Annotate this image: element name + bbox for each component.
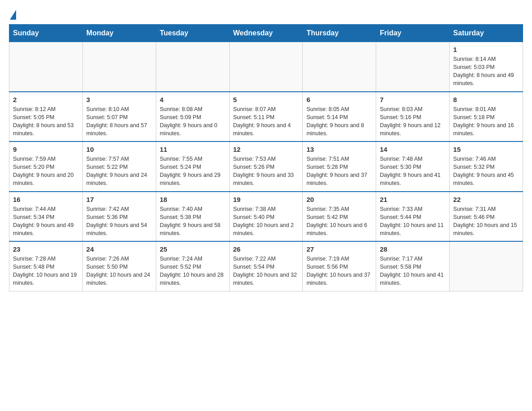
calendar-day-cell: 24Sunrise: 7:26 AM Sunset: 5:50 PM Dayli…	[82, 241, 156, 291]
day-of-week-header: Monday	[82, 25, 156, 42]
day-number: 15	[453, 146, 519, 153]
calendar-day-cell	[450, 241, 523, 291]
calendar-day-cell: 1Sunrise: 8:14 AM Sunset: 5:03 PM Daylig…	[450, 42, 523, 92]
day-info: Sunrise: 7:33 AM Sunset: 5:44 PM Dayligh…	[380, 205, 446, 238]
calendar-day-cell: 7Sunrise: 8:03 AM Sunset: 5:16 PM Daylig…	[376, 92, 450, 142]
calendar-day-cell: 16Sunrise: 7:44 AM Sunset: 5:34 PM Dayli…	[9, 192, 83, 242]
day-of-week-header: Tuesday	[156, 25, 229, 42]
calendar-day-cell: 23Sunrise: 7:28 AM Sunset: 5:48 PM Dayli…	[9, 241, 83, 291]
calendar-day-cell: 2Sunrise: 8:12 AM Sunset: 5:05 PM Daylig…	[9, 92, 83, 142]
calendar-day-cell: 27Sunrise: 7:19 AM Sunset: 5:56 PM Dayli…	[303, 241, 376, 291]
day-info: Sunrise: 8:01 AM Sunset: 5:18 PM Dayligh…	[453, 105, 519, 138]
day-info: Sunrise: 8:08 AM Sunset: 5:09 PM Dayligh…	[160, 105, 226, 138]
day-info: Sunrise: 7:26 AM Sunset: 5:50 PM Dayligh…	[86, 255, 152, 287]
day-number: 23	[13, 245, 79, 253]
day-number: 7	[380, 96, 446, 103]
day-info: Sunrise: 7:59 AM Sunset: 5:20 PM Dayligh…	[13, 155, 79, 188]
day-number: 27	[306, 245, 372, 253]
day-info: Sunrise: 7:22 AM Sunset: 5:54 PM Dayligh…	[233, 255, 299, 287]
day-info: Sunrise: 7:57 AM Sunset: 5:22 PM Dayligh…	[86, 155, 152, 188]
calendar-week-row: 16Sunrise: 7:44 AM Sunset: 5:34 PM Dayli…	[9, 192, 523, 242]
day-info: Sunrise: 7:42 AM Sunset: 5:36 PM Dayligh…	[86, 205, 152, 238]
calendar-day-cell: 26Sunrise: 7:22 AM Sunset: 5:54 PM Dayli…	[229, 241, 303, 291]
day-info: Sunrise: 7:55 AM Sunset: 5:24 PM Dayligh…	[160, 155, 226, 188]
calendar-day-cell: 5Sunrise: 8:07 AM Sunset: 5:11 PM Daylig…	[229, 92, 303, 142]
calendar-day-cell: 3Sunrise: 8:10 AM Sunset: 5:07 PM Daylig…	[82, 92, 156, 142]
calendar-week-row: 1Sunrise: 8:14 AM Sunset: 5:03 PM Daylig…	[9, 42, 523, 92]
day-number: 12	[233, 146, 299, 153]
day-number: 26	[233, 245, 299, 253]
calendar-day-cell: 10Sunrise: 7:57 AM Sunset: 5:22 PM Dayli…	[82, 141, 156, 192]
logo	[9, 9, 16, 20]
day-number: 4	[160, 96, 226, 103]
day-info: Sunrise: 7:53 AM Sunset: 5:26 PM Dayligh…	[233, 155, 299, 188]
calendar-day-cell: 18Sunrise: 7:40 AM Sunset: 5:38 PM Dayli…	[156, 192, 229, 242]
day-number: 9	[13, 146, 79, 153]
day-info: Sunrise: 7:44 AM Sunset: 5:34 PM Dayligh…	[13, 205, 79, 238]
day-of-week-header: Sunday	[9, 25, 83, 42]
calendar-day-cell	[9, 42, 83, 92]
calendar-day-cell: 20Sunrise: 7:35 AM Sunset: 5:42 PM Dayli…	[303, 192, 376, 242]
calendar-day-cell: 21Sunrise: 7:33 AM Sunset: 5:44 PM Dayli…	[376, 192, 450, 242]
calendar-day-cell: 11Sunrise: 7:55 AM Sunset: 5:24 PM Dayli…	[156, 141, 229, 192]
day-info: Sunrise: 7:28 AM Sunset: 5:48 PM Dayligh…	[13, 255, 79, 287]
calendar-table: SundayMondayTuesdayWednesdayThursdayFrid…	[9, 24, 523, 291]
calendar-day-cell: 6Sunrise: 8:05 AM Sunset: 5:14 PM Daylig…	[303, 92, 376, 142]
day-number: 5	[233, 96, 299, 103]
calendar-week-row: 2Sunrise: 8:12 AM Sunset: 5:05 PM Daylig…	[9, 92, 523, 142]
day-info: Sunrise: 7:24 AM Sunset: 5:52 PM Dayligh…	[160, 255, 226, 287]
day-number: 17	[86, 196, 152, 203]
day-number: 20	[306, 196, 372, 203]
calendar-day-cell: 19Sunrise: 7:38 AM Sunset: 5:40 PM Dayli…	[229, 192, 303, 242]
calendar-day-cell: 8Sunrise: 8:01 AM Sunset: 5:18 PM Daylig…	[450, 92, 523, 142]
calendar-day-cell: 4Sunrise: 8:08 AM Sunset: 5:09 PM Daylig…	[156, 92, 229, 142]
day-of-week-header: Saturday	[450, 25, 523, 42]
logo-triangle-icon	[10, 10, 16, 20]
day-info: Sunrise: 7:46 AM Sunset: 5:32 PM Dayligh…	[453, 155, 519, 188]
day-number: 6	[306, 96, 372, 103]
day-number: 19	[233, 196, 299, 203]
day-info: Sunrise: 7:40 AM Sunset: 5:38 PM Dayligh…	[160, 205, 226, 238]
day-number: 10	[86, 146, 152, 153]
day-number: 16	[13, 196, 79, 203]
day-info: Sunrise: 7:17 AM Sunset: 5:58 PM Dayligh…	[380, 255, 446, 287]
day-info: Sunrise: 8:10 AM Sunset: 5:07 PM Dayligh…	[86, 105, 152, 138]
day-number: 3	[86, 96, 152, 103]
day-number: 8	[453, 96, 519, 103]
calendar-day-cell	[303, 42, 376, 92]
calendar-day-cell: 9Sunrise: 7:59 AM Sunset: 5:20 PM Daylig…	[9, 141, 83, 192]
day-number: 13	[306, 146, 372, 153]
calendar-week-row: 9Sunrise: 7:59 AM Sunset: 5:20 PM Daylig…	[9, 141, 523, 192]
calendar-week-row: 23Sunrise: 7:28 AM Sunset: 5:48 PM Dayli…	[9, 241, 523, 291]
calendar-day-cell: 25Sunrise: 7:24 AM Sunset: 5:52 PM Dayli…	[156, 241, 229, 291]
day-info: Sunrise: 8:12 AM Sunset: 5:05 PM Dayligh…	[13, 105, 79, 138]
day-number: 24	[86, 245, 152, 253]
calendar-day-cell: 15Sunrise: 7:46 AM Sunset: 5:32 PM Dayli…	[450, 141, 523, 192]
day-info: Sunrise: 7:51 AM Sunset: 5:28 PM Dayligh…	[306, 155, 372, 188]
day-number: 21	[380, 196, 446, 203]
calendar-header-row: SundayMondayTuesdayWednesdayThursdayFrid…	[9, 25, 523, 42]
day-info: Sunrise: 8:03 AM Sunset: 5:16 PM Dayligh…	[380, 105, 446, 138]
calendar-day-cell	[376, 42, 450, 92]
day-of-week-header: Thursday	[303, 25, 376, 42]
day-info: Sunrise: 8:14 AM Sunset: 5:03 PM Dayligh…	[453, 55, 519, 88]
calendar-day-cell: 14Sunrise: 7:48 AM Sunset: 5:30 PM Dayli…	[376, 141, 450, 192]
day-number: 28	[380, 245, 446, 253]
calendar-day-cell	[156, 42, 229, 92]
day-number: 18	[160, 196, 226, 203]
day-number: 14	[380, 146, 446, 153]
day-info: Sunrise: 7:48 AM Sunset: 5:30 PM Dayligh…	[380, 155, 446, 188]
day-of-week-header: Friday	[376, 25, 450, 42]
calendar-day-cell	[229, 42, 303, 92]
day-number: 25	[160, 245, 226, 253]
day-info: Sunrise: 7:31 AM Sunset: 5:46 PM Dayligh…	[453, 205, 519, 238]
day-of-week-header: Wednesday	[229, 25, 303, 42]
day-info: Sunrise: 7:38 AM Sunset: 5:40 PM Dayligh…	[233, 205, 299, 238]
calendar-day-cell: 13Sunrise: 7:51 AM Sunset: 5:28 PM Dayli…	[303, 141, 376, 192]
calendar-day-cell: 28Sunrise: 7:17 AM Sunset: 5:58 PM Dayli…	[376, 241, 450, 291]
day-info: Sunrise: 8:05 AM Sunset: 5:14 PM Dayligh…	[306, 105, 372, 138]
calendar-day-cell	[82, 42, 156, 92]
day-number: 2	[13, 96, 79, 103]
day-info: Sunrise: 7:19 AM Sunset: 5:56 PM Dayligh…	[306, 255, 372, 287]
day-info: Sunrise: 7:35 AM Sunset: 5:42 PM Dayligh…	[306, 205, 372, 238]
